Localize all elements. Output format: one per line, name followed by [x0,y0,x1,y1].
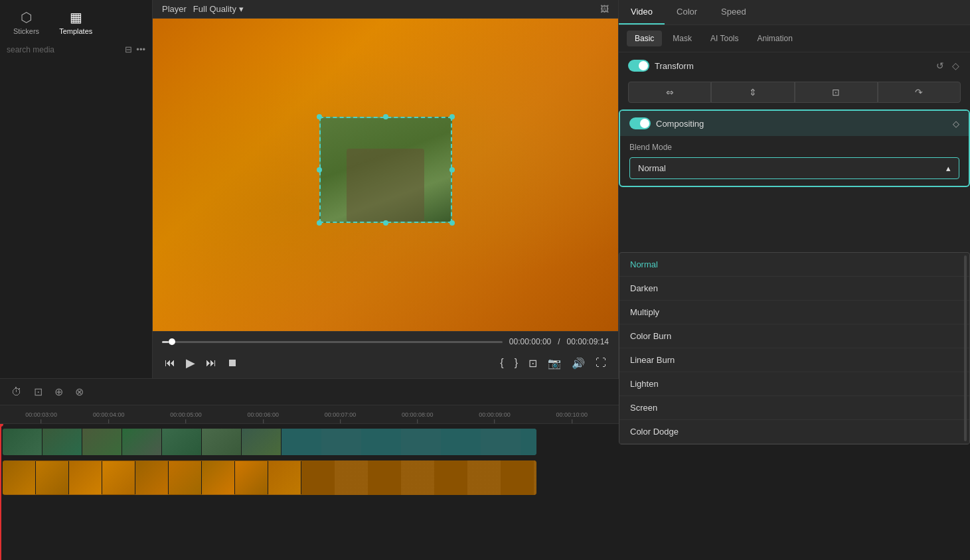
compositing-label: Compositing [656,119,947,129]
handle-bottom-center[interactable] [383,220,388,226]
film-frame-3 [82,429,122,455]
blend-option-darken[interactable]: Darken [619,277,969,301]
progress-thumb[interactable] [169,338,175,345]
blend-option-linear-burn[interactable]: Linear Burn [619,348,969,372]
blend-mode-section: Blend Mode Normal ▴ [620,136,969,186]
ruler-tick-2 [186,419,187,423]
dropdown-scrollbar[interactable] [964,255,967,441]
control-buttons: ⏮ ▶ ⏭ ⏹ { } ⊡ 📷 🔊 ⛶ [153,349,618,378]
ruler-tick-4 [340,419,341,423]
progress-bar[interactable] [162,341,503,343]
handle-top-center[interactable] [383,114,388,119]
inset-video-element[interactable] [319,117,452,223]
film-frame-b2 [36,461,69,494]
transform-crop-button[interactable]: ⊡ [795,82,878,103]
timeline-fit-button[interactable]: ⊡ [31,384,46,400]
sub-tab-mask[interactable]: Mask [665,31,700,46]
film-frame-b1 [3,461,36,494]
handle-middle-right[interactable] [449,167,455,173]
handle-top-right[interactable] [449,114,455,119]
main-area: ⬡ Stickers ▦ Templates search media ⊟ ••… [0,0,970,378]
ruler-mark-4: 00:00:07:00 [325,411,357,423]
transform-reset-button[interactable]: ↺ [935,59,945,72]
more-options-icon[interactable]: ••• [136,44,145,54]
track-top[interactable] [3,429,536,455]
track-content-2 [0,460,970,496]
stop-button[interactable]: ⏹ [224,354,240,372]
film-frame-b5 [135,461,169,494]
bracket-left-button[interactable]: { [497,354,506,372]
sub-tab-animation[interactable]: Animation [749,31,800,46]
step-back-button[interactable]: ⏮ [162,354,178,372]
blend-option-multiply[interactable]: Multiply [619,301,969,324]
bracket-right-button[interactable]: } [512,354,521,372]
handle-top-left[interactable] [317,114,322,119]
compositing-header: Compositing ◇ [620,111,969,136]
right-panel: Video Color Speed Basic Mask AI Tools An… [618,0,970,378]
blend-option-screen[interactable]: Screen [619,396,969,420]
track-row-2 [0,460,970,496]
ruler-tick-0 [41,419,42,423]
handle-bottom-left[interactable] [317,220,322,226]
sub-tab-ai-tools[interactable]: AI Tools [702,31,746,46]
handle-middle-left[interactable] [317,167,322,173]
track-bottom[interactable] [3,460,536,495]
play-button[interactable]: ▶ [183,353,198,373]
ruler-label-0: 00:00:03:00 [25,411,57,418]
ruler-mark-7: 00:00:10:00 [556,411,588,423]
blend-option-color-burn[interactable]: Color Burn [619,324,969,348]
volume-button[interactable]: 🔊 [569,354,588,372]
transform-rotate-button[interactable]: ↷ [878,82,961,103]
step-forward-button[interactable]: ⏭ [203,354,219,372]
film-frame-5 [162,429,202,455]
panel-tab-speed[interactable]: Speed [709,0,758,25]
panel-tab-video[interactable]: Video [619,0,665,25]
film-frame-6 [202,429,242,455]
ruler-label-6: 00:00:09:00 [479,411,511,418]
timeline-ripple-button[interactable]: ⊗ [72,384,87,400]
templates-icon: ▦ [70,9,82,25]
sidebar-tab-templates[interactable]: ▦ Templates [52,5,99,39]
total-time: 00:00:09:14 [567,337,609,346]
quality-dropdown[interactable]: Full Quality ▾ [193,4,244,14]
ruler-mark-3: 00:00:06:00 [248,411,280,423]
timeline-clock-button[interactable]: ⏱ [8,384,25,400]
film-frame-4 [122,429,162,455]
handle-bottom-right[interactable] [449,220,455,226]
blend-mode-dropdown-list: Normal Darken Multiply Color Burn Linear… [619,252,970,445]
blend-option-normal[interactable]: Normal [619,253,969,277]
control-right-group: { } ⊡ 📷 🔊 ⛶ [497,354,609,372]
fullscreen-button[interactable]: ⛶ [593,354,609,372]
panel-tab-color[interactable]: Color [665,0,709,25]
compositing-keyframe-icon[interactable]: ◇ [953,119,959,129]
ruler-label-2: 00:00:05:00 [170,411,202,418]
blend-mode-dropdown[interactable]: Normal ▴ [629,157,959,179]
ruler-label-3: 00:00:06:00 [248,411,280,418]
aspect-ratio-button[interactable]: ⊡ [526,354,540,372]
transform-keyframe-button[interactable]: ◇ [951,59,961,72]
time-separator: / [558,337,560,346]
ruler-label-5: 00:00:08:00 [402,411,434,418]
film-frame-b9 [268,461,301,494]
filmstrip-bottom [3,460,536,495]
sidebar-search-icons: ⊟ ••• [125,44,145,54]
ruler-mark-2: 00:00:05:00 [170,411,202,423]
transform-flip-v-button[interactable]: ⇕ [711,82,794,103]
filmstrip-top [3,429,536,455]
transform-flip-h-button[interactable]: ⇔ [628,82,711,103]
blend-option-color-dodge[interactable]: Color Dodge [619,420,969,444]
progress-bar-area: 00:00:00:00 / 00:00:09:14 [153,332,618,349]
search-placeholder: search media [7,45,121,54]
player-label: Player [162,4,187,14]
transform-toggle[interactable] [628,60,649,72]
sidebar-tab-stickers[interactable]: ⬡ Stickers [7,5,46,39]
film-frame-b3 [69,461,102,494]
compositing-toggle[interactable] [629,117,651,129]
ruler-mark-0: 00:00:03:00 [25,411,57,423]
screenshot-button[interactable]: 📷 [545,354,564,372]
sub-tab-basic[interactable]: Basic [627,31,662,46]
blend-option-lighten[interactable]: Lighten [619,372,969,396]
timeline-snap-button[interactable]: ⊕ [51,384,66,400]
sidebar-tabs: ⬡ Stickers ▦ Templates [0,0,152,39]
filter-icon[interactable]: ⊟ [125,44,132,54]
